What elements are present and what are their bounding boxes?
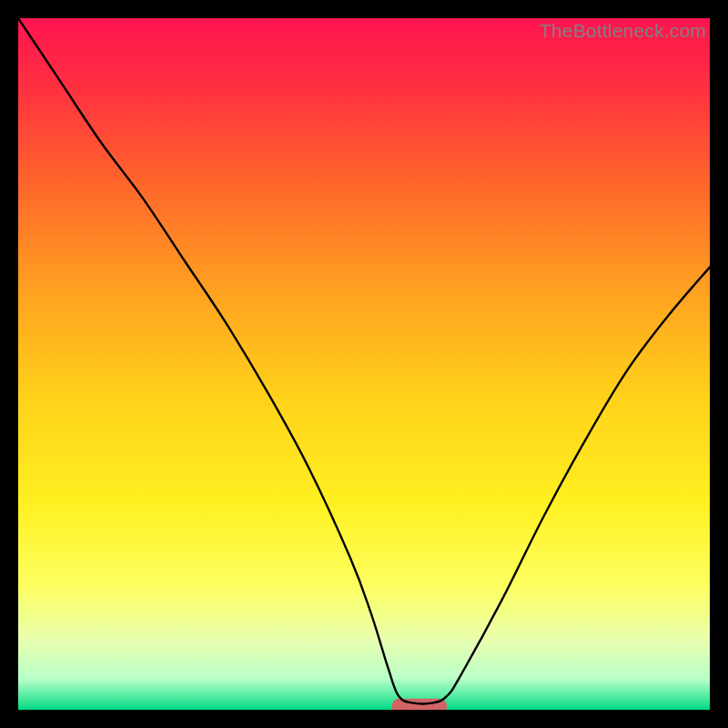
plot-area xyxy=(18,18,710,710)
watermark-text: TheBottleneck.com xyxy=(540,20,706,42)
chart-frame: TheBottleneck.com xyxy=(0,0,728,728)
gradient-background xyxy=(18,18,710,710)
chart-svg xyxy=(18,18,710,710)
